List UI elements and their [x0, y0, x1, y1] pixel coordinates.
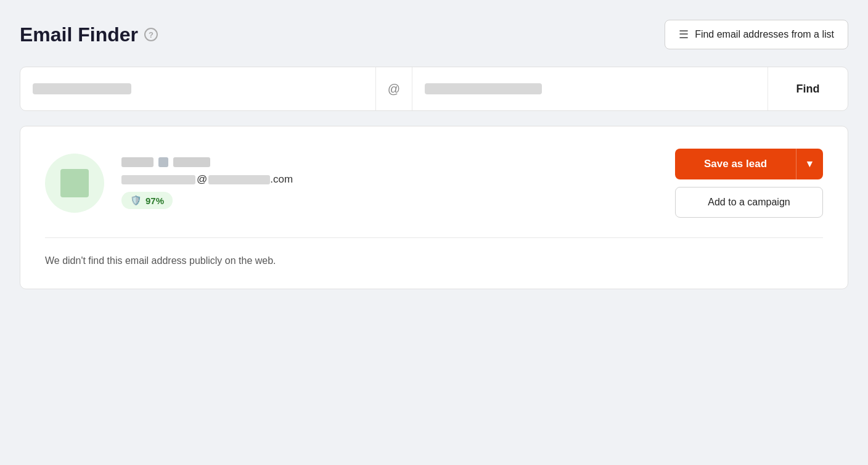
add-to-campaign-button[interactable]: Add to a campaign	[675, 187, 823, 218]
list-icon: ☰	[679, 28, 689, 41]
name-seg-3	[173, 157, 210, 167]
search-name-area	[20, 67, 375, 110]
save-lead-dropdown-icon[interactable]: ▼	[796, 149, 823, 179]
email-domain-redacted	[208, 175, 270, 184]
result-top: @ .com 🛡️ 97% Save as lead ▼ Add to a ca…	[45, 149, 823, 218]
shield-check-icon: 🛡️	[130, 195, 142, 206]
domain-input-redacted	[425, 83, 542, 94]
email-row: @ .com	[121, 173, 293, 186]
person-info: @ .com 🛡️ 97%	[121, 157, 293, 209]
result-left: @ .com 🛡️ 97%	[45, 154, 293, 213]
title-wrap: Email Finder ?	[20, 23, 158, 46]
find-from-list-label: Find email addresses from a list	[695, 29, 834, 40]
person-name-redacted	[121, 157, 293, 167]
find-button[interactable]: Find	[787, 83, 830, 96]
name-seg-1	[121, 157, 154, 167]
find-from-list-button[interactable]: ☰ Find email addresses from a list	[665, 20, 848, 49]
find-button-area: Find	[768, 67, 848, 110]
name-seg-2	[158, 157, 168, 167]
email-user-redacted	[121, 175, 195, 184]
page-header: Email Finder ? ☰ Find email addresses fr…	[20, 20, 848, 49]
avatar	[45, 154, 104, 213]
at-divider: @	[375, 67, 412, 110]
email-suffix: .com	[270, 173, 293, 186]
not-found-text: We didn't find this email address public…	[45, 255, 823, 266]
email-at: @	[197, 173, 207, 186]
search-card: @ Find	[20, 67, 848, 111]
divider	[45, 237, 823, 238]
result-actions: Save as lead ▼ Add to a campaign	[675, 149, 823, 218]
save-as-lead-button[interactable]: Save as lead ▼	[675, 149, 823, 179]
help-icon[interactable]: ?	[144, 28, 158, 41]
search-domain-area	[412, 67, 768, 110]
at-symbol: @	[388, 82, 400, 96]
confidence-badge: 🛡️ 97%	[121, 192, 173, 209]
save-lead-label: Save as lead	[675, 158, 796, 170]
page-title: Email Finder	[20, 23, 138, 46]
name-input-redacted	[33, 83, 131, 94]
avatar-inner	[60, 169, 89, 197]
confidence-value: 97%	[145, 195, 164, 206]
result-card: @ .com 🛡️ 97% Save as lead ▼ Add to a ca…	[20, 126, 848, 289]
